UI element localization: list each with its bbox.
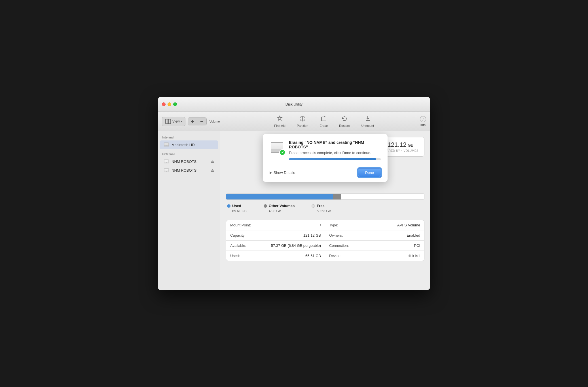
partition-icon (299, 115, 306, 123)
svg-point-21 (166, 171, 167, 172)
partition-action[interactable]: Partition (295, 114, 310, 129)
sidebar: Internal Macintosh HD External (158, 131, 220, 290)
volume-label: Volume (210, 120, 220, 123)
modal-disk-icon: ✓ (270, 140, 284, 155)
modal-subtitle: Erase process is complete, click Done to… (289, 151, 381, 155)
first-aid-action[interactable]: First Aid (272, 114, 288, 129)
unmount-icon (364, 115, 371, 123)
modal-header: ✓ Erasing “NO NAME” and creating “NHM RO… (270, 140, 381, 165)
app-body: Internal Macintosh HD External (158, 131, 430, 290)
svg-rect-7 (322, 117, 326, 121)
eject-2-icon[interactable]: ⏏ (211, 168, 214, 173)
toolbar: View ▾ Volume (158, 112, 430, 131)
sidebar-internal-section: Internal (158, 134, 220, 140)
unmount-label: Unmount (361, 124, 374, 127)
window-title: Disk Utility (285, 102, 303, 106)
remove-volume-button[interactable] (197, 118, 206, 125)
svg-point-15 (166, 146, 167, 146)
maximize-button[interactable] (173, 102, 177, 106)
partition-label: Partition (297, 124, 308, 127)
sidebar-item-nhm-robots-2[interactable]: NHM ROBOTS ⏏ (160, 166, 218, 174)
erase-modal: ✓ Erasing “NO NAME” and creating “NHM RO… (263, 134, 388, 182)
erase-label: Erase (320, 124, 328, 127)
sidebar-item-macintosh-hd[interactable]: Macintosh HD (160, 140, 218, 149)
external-drive-1-icon (164, 159, 169, 164)
plus-icon (190, 119, 195, 124)
first-aid-label: First Aid (274, 124, 285, 127)
restore-label: Restore (339, 124, 350, 127)
restore-action[interactable]: Restore (337, 114, 352, 129)
first-aid-icon (276, 115, 283, 123)
sidebar-external-section: External (158, 151, 220, 157)
view-button[interactable]: View ▾ (162, 117, 185, 126)
chevron-down-icon: ▾ (181, 120, 182, 123)
minimize-button[interactable] (168, 102, 171, 106)
modal-title: Erasing “NO NAME” and creating “NHM ROBO… (289, 140, 381, 149)
triangle-icon (270, 171, 272, 174)
success-checkmark-icon: ✓ (279, 149, 285, 155)
show-details-label: Show Details (274, 171, 295, 175)
traffic-lights (162, 102, 177, 106)
sidebar-item-nhm-robots-1[interactable]: NHM ROBOTS ⏏ (160, 157, 218, 166)
macintosh-hd-icon (164, 142, 169, 148)
erase-icon (320, 115, 327, 123)
svg-rect-1 (168, 119, 171, 124)
svg-point-18 (166, 162, 167, 163)
add-volume-button[interactable] (188, 118, 197, 125)
restore-icon (341, 115, 348, 123)
show-details-button[interactable]: Show Details (270, 171, 295, 175)
toolbar-left: View ▾ Volume (162, 117, 220, 126)
view-label: View (172, 119, 180, 123)
modal-footer: Show Details Done (270, 169, 381, 177)
sidebar-icon (165, 118, 171, 125)
modal-text: Erasing “NO NAME” and creating “NHM ROBO… (289, 140, 381, 165)
svg-rect-0 (166, 119, 168, 124)
titlebar: Disk Utility (158, 97, 430, 112)
info-label: Info (420, 123, 426, 127)
sidebar-item-label: NHM ROBOTS (172, 159, 196, 164)
main-content: 121.12 GB SHARED BY 4 VOLUMES ✓ Erasing … (220, 131, 430, 290)
modal-progress-bar (289, 158, 381, 160)
done-button[interactable]: Done (358, 169, 381, 177)
disk-utility-window: Disk Utility View ▾ (158, 97, 430, 290)
sidebar-item-label: NHM ROBOTS (172, 168, 196, 173)
unmount-action[interactable]: Unmount (359, 114, 377, 129)
info-icon: i (420, 116, 426, 122)
close-button[interactable] (162, 102, 166, 106)
erase-modal-overlay: ✓ Erasing “NO NAME” and creating “NHM RO… (220, 131, 430, 290)
eject-1-icon[interactable]: ⏏ (211, 159, 214, 164)
erase-action[interactable]: Erase (317, 114, 330, 129)
volume-controls (188, 117, 207, 125)
info-action[interactable]: i Info (420, 116, 426, 127)
toolbar-actions: First Aid Partition (229, 114, 420, 129)
external-drive-2-icon (164, 167, 169, 173)
minus-icon (200, 119, 204, 124)
sidebar-item-label: Macintosh HD (172, 143, 195, 147)
modal-progress-fill (289, 158, 376, 160)
